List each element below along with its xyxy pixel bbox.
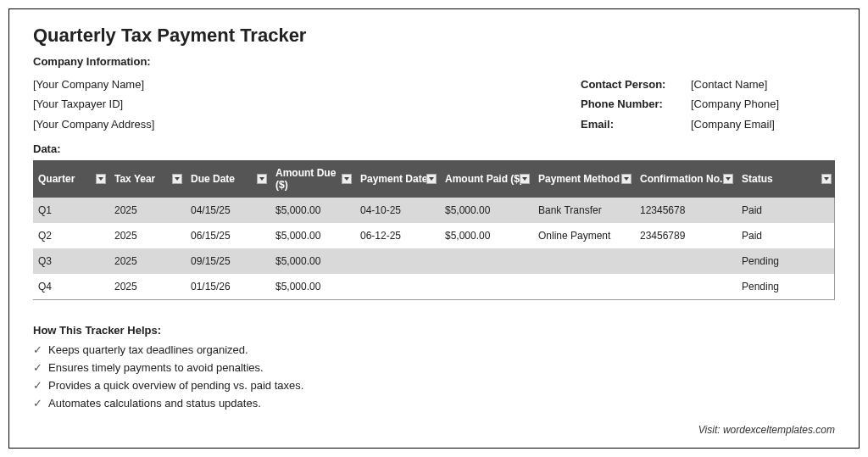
cell-status: Pending	[737, 248, 835, 274]
data-section-label: Data:	[33, 142, 835, 155]
filter-dropdown-icon[interactable]	[520, 174, 530, 184]
page-title: Quarterly Tax Payment Tracker	[33, 25, 835, 47]
filter-dropdown-icon[interactable]	[172, 174, 182, 184]
check-icon: ✓	[33, 377, 45, 395]
th-payment-date[interactable]: Payment Date	[355, 160, 440, 198]
help-item-text: Automates calculations and status update…	[48, 397, 261, 410]
th-amount-paid-label: Amount Paid ($)	[445, 173, 523, 185]
contact-person-value: [Contact Name]	[691, 75, 767, 94]
cell-payment_date: 04-10-25	[355, 198, 440, 223]
cell-amount_due: $5,000.00	[270, 248, 355, 274]
cell-tax_year: 2025	[109, 223, 186, 248]
cell-due_date: 04/15/25	[186, 198, 270, 223]
footer-credit: Visit: wordexceltemplates.com	[698, 424, 835, 436]
help-item-text: Keeps quarterly tax deadlines organized.	[48, 343, 248, 356]
cell-status: Paid	[737, 198, 835, 223]
cell-payment_date	[355, 274, 440, 300]
cell-amount_due: $5,000.00	[270, 274, 355, 300]
th-status[interactable]: Status	[737, 160, 835, 198]
th-tax-year-label: Tax Year	[114, 173, 155, 185]
filter-dropdown-icon[interactable]	[257, 174, 267, 184]
phone-label: Phone Number:	[581, 94, 691, 114]
company-name: [Your Company Name]	[33, 75, 154, 94]
cell-status: Paid	[737, 223, 835, 248]
th-status-label: Status	[742, 173, 773, 185]
table-row: Q1202504/15/25$5,000.0004-10-25$5,000.00…	[33, 198, 835, 223]
company-info-right: Contact Person: [Contact Name] Phone Num…	[581, 75, 835, 134]
cell-confirmation: 12345678	[635, 198, 737, 223]
cell-payment_method: Bank Transfer	[533, 198, 635, 223]
helps-section: How This Tracker Helps: ✓Keeps quarterly…	[33, 324, 835, 412]
th-payment-method[interactable]: Payment Method	[533, 160, 635, 198]
cell-quarter: Q2	[33, 223, 109, 248]
cell-tax_year: 2025	[109, 198, 186, 223]
filter-dropdown-icon[interactable]	[342, 174, 352, 184]
cell-amount_due: $5,000.00	[270, 198, 355, 223]
cell-payment_date: 06-12-25	[355, 223, 440, 248]
cell-amount_paid: $5,000.00	[440, 198, 533, 223]
cell-confirmation	[635, 248, 737, 274]
cell-quarter: Q3	[33, 248, 109, 274]
cell-confirmation: 23456789	[635, 223, 737, 248]
th-confirmation-label: Confirmation No.	[640, 173, 722, 185]
cell-amount_due: $5,000.00	[270, 223, 355, 248]
cell-quarter: Q1	[33, 198, 109, 223]
filter-dropdown-icon[interactable]	[426, 174, 437, 184]
th-quarter-label: Quarter	[38, 173, 75, 185]
help-item-text: Ensures timely payments to avoid penalti…	[48, 361, 264, 374]
cell-tax_year: 2025	[109, 248, 186, 274]
filter-dropdown-icon[interactable]	[723, 174, 733, 184]
th-amount-paid[interactable]: Amount Paid ($)	[440, 160, 533, 198]
filter-dropdown-icon[interactable]	[621, 174, 632, 184]
taxpayer-id: [Your Taxpayer ID]	[33, 94, 154, 114]
filter-dropdown-icon[interactable]	[821, 174, 832, 184]
cell-payment_method: Online Payment	[533, 223, 635, 248]
helps-title: How This Tracker Helps:	[33, 324, 835, 337]
help-item: ✓Keeps quarterly tax deadlines organized…	[33, 342, 835, 359]
cell-amount_paid	[440, 274, 533, 300]
th-quarter[interactable]: Quarter	[33, 160, 109, 198]
cell-payment_date	[355, 248, 440, 274]
th-due-date[interactable]: Due Date	[186, 160, 270, 198]
cell-quarter: Q4	[33, 274, 109, 300]
document-page: Quarterly Tax Payment Tracker Company In…	[8, 8, 860, 449]
help-item: ✓Provides a quick overview of pending vs…	[33, 377, 835, 395]
help-item: ✓Automates calculations and status updat…	[33, 395, 835, 413]
contact-person-label: Contact Person:	[581, 75, 691, 94]
th-confirmation[interactable]: Confirmation No.	[635, 160, 737, 198]
table-row: Q2202506/15/25$5,000.0006-12-25$5,000.00…	[33, 223, 835, 248]
cell-payment_method	[533, 274, 635, 300]
cell-tax_year: 2025	[109, 274, 186, 300]
th-tax-year[interactable]: Tax Year	[109, 160, 186, 198]
help-item-text: Provides a quick overview of pending vs.…	[48, 379, 303, 392]
th-payment-date-label: Payment Date	[360, 173, 427, 185]
email-value: [Company Email]	[691, 114, 775, 134]
company-address: [Your Company Address]	[33, 114, 154, 134]
check-icon: ✓	[33, 342, 45, 359]
table-row: Q4202501/15/26$5,000.00Pending	[33, 274, 835, 300]
th-amount-due[interactable]: Amount Due ($)	[270, 160, 355, 198]
cell-due_date: 06/15/25	[186, 223, 270, 248]
email-label: Email:	[581, 114, 691, 134]
cell-due_date: 01/15/26	[186, 274, 270, 300]
cell-status: Pending	[737, 274, 835, 300]
th-due-date-label: Due Date	[191, 173, 235, 185]
th-payment-method-label: Payment Method	[538, 173, 620, 185]
table-row: Q3202509/15/25$5,000.00Pending	[33, 248, 835, 274]
company-info-block: [Your Company Name] [Your Taxpayer ID] […	[33, 75, 835, 134]
company-info-label: Company Information:	[33, 55, 835, 68]
table-header-row: Quarter Tax Year Due Date Amount Due ($)…	[33, 160, 835, 198]
payments-table: Quarter Tax Year Due Date Amount Due ($)…	[33, 160, 835, 300]
filter-dropdown-icon[interactable]	[96, 174, 106, 184]
cell-amount_paid: $5,000.00	[440, 223, 533, 248]
cell-due_date: 09/15/25	[186, 248, 270, 274]
phone-value: [Company Phone]	[691, 94, 779, 114]
help-item: ✓Ensures timely payments to avoid penalt…	[33, 359, 835, 377]
company-info-left: [Your Company Name] [Your Taxpayer ID] […	[33, 75, 154, 134]
check-icon: ✓	[33, 395, 45, 413]
cell-confirmation	[635, 274, 737, 300]
cell-amount_paid	[440, 248, 533, 274]
check-icon: ✓	[33, 359, 45, 377]
cell-payment_method	[533, 248, 635, 274]
th-amount-due-label: Amount Due ($)	[275, 167, 336, 191]
